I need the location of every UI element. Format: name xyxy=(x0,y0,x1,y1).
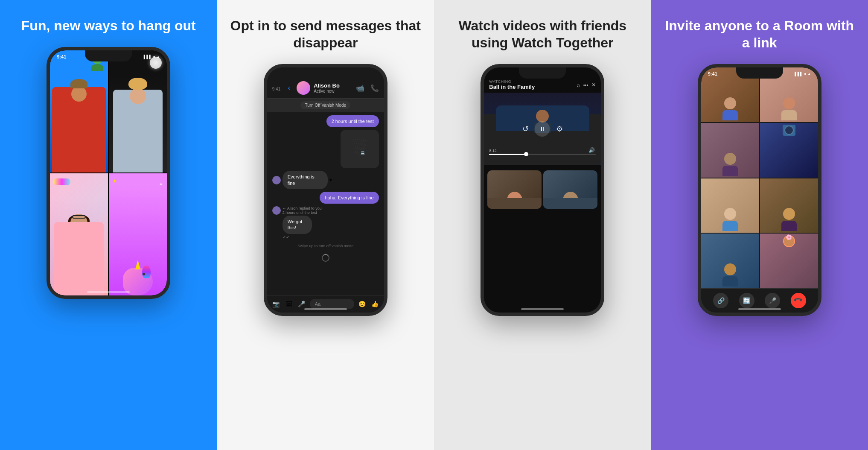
phone-frame-2: 9:41 ‹ Alison Bo Active now 📹 📞 Turn Off… xyxy=(264,64,387,316)
video-cell-3 xyxy=(50,173,108,295)
watching-label: Watching xyxy=(489,79,535,84)
link-btn[interactable]: 🔗 xyxy=(713,293,728,308)
vanish-banner: Turn Off Vanish Mode xyxy=(267,99,384,112)
video-grid: ✦ ✦ xyxy=(50,50,167,295)
panel-1-title: Fun, new ways to hang out xyxy=(21,17,196,34)
progress-handle xyxy=(524,152,528,156)
room-cell-5 xyxy=(701,178,759,233)
room-cell-3 xyxy=(701,123,759,178)
video-cell-2 xyxy=(109,50,167,172)
r-head-5 xyxy=(724,208,736,220)
person-head-1 xyxy=(71,86,87,102)
video-call-icon[interactable]: 📹 xyxy=(356,84,364,92)
close-watch-icon[interactable]: ✕ xyxy=(591,82,596,88)
driver-head xyxy=(536,110,549,123)
status-icons-4: ▌▌▌ ● ▲ xyxy=(795,72,811,76)
mute-btn[interactable]: 🎤 xyxy=(765,293,780,308)
r-body-2 xyxy=(781,110,797,120)
chat-input[interactable]: Aa xyxy=(310,299,354,309)
status-bar-2-time: 9:41 xyxy=(272,85,280,91)
room-grid: 🌸 xyxy=(701,67,818,288)
chat-messages: 2 hours until the test AAAAAAAAAAAAAAAAA… xyxy=(267,112,384,295)
woman-body xyxy=(54,222,104,295)
status-bar-1: 9:41 ▌▌▌ ● ▲ xyxy=(57,52,160,61)
emoji-icon-btn[interactable]: 😊 xyxy=(358,299,367,309)
more-watch-icon[interactable]: ••• xyxy=(583,82,588,88)
msg-bubble-3: haha. Everything is fine xyxy=(320,192,379,204)
hair-1 xyxy=(70,79,87,88)
pip-cell-2 xyxy=(543,170,597,209)
panel-watch-together: Watch videos with friends using Watch To… xyxy=(434,0,651,450)
r-person-5 xyxy=(701,178,759,233)
phone-screen-2: 9:41 ‹ Alison Bo Active now 📹 📞 Turn Off… xyxy=(267,67,384,313)
msg-avatar-1 xyxy=(272,176,281,184)
watch-screen: Watching Ball in the Family ⌕ ••• ✕ xyxy=(484,67,601,313)
play-pause-btn[interactable]: ⏸ xyxy=(535,121,550,137)
chat-screen: 9:41 ‹ Alison Bo Active now 📹 📞 Turn Off… xyxy=(267,67,384,313)
phone-notch-3 xyxy=(519,67,566,79)
progress-bar-container: 8:12 xyxy=(489,149,596,155)
msg-row-3: Everything is fine ♥ xyxy=(272,171,333,189)
msg-row-reply: ← Alison replied to you2 hours until the… xyxy=(272,206,322,240)
unicorn-container xyxy=(109,198,167,295)
speed-icon[interactable]: ⚙ xyxy=(556,124,563,134)
volume-icon[interactable]: 🔊 xyxy=(588,147,595,153)
phone-screen-4: 🌸 🔗 🔄 🎤 📞 xyxy=(701,67,818,313)
panel-2-title: Opt in to send messages that disappear xyxy=(226,17,426,51)
mic-icon-btn[interactable]: 🎤 xyxy=(297,299,306,309)
r-head-7 xyxy=(724,263,736,275)
chat-back-btn[interactable]: ‹ xyxy=(285,84,293,92)
camera-icon-btn[interactable]: 📷 xyxy=(271,299,281,309)
home-indicator-4 xyxy=(738,308,781,310)
rewind-icon[interactable]: ↺ xyxy=(522,124,529,134)
r-person-3 xyxy=(701,123,759,178)
video-title: Ball in the Family xyxy=(489,84,535,90)
gallery-icon-btn[interactable]: 🖼 xyxy=(284,299,294,309)
pip-2-body xyxy=(543,198,597,209)
watch-header-row: Watching Ball in the Family ⌕ ••• ✕ xyxy=(489,79,596,90)
end-call-btn[interactable]: 📞 xyxy=(791,293,806,308)
msg-bubble-4: We got this! xyxy=(283,216,312,234)
video-player: ↺ ⏸ ⚙ 8:12 🔊 xyxy=(484,93,601,165)
person-head-2 xyxy=(130,88,146,104)
chat-contact-name: Alison Bo xyxy=(314,82,351,89)
rainbow-arc xyxy=(53,178,70,185)
flip-camera-btn[interactable]: 🔄 xyxy=(739,293,754,308)
status-time-1: 9:41 xyxy=(57,54,66,59)
loading-spinner xyxy=(322,254,329,262)
flip-camera-icon: 🔄 xyxy=(743,297,750,304)
home-indicator-3 xyxy=(521,308,564,310)
pip-1-body xyxy=(487,198,542,209)
swipe-hint: Swipe up to turn off vanish mode xyxy=(272,242,379,250)
panel-vanish-mode: Opt in to send messages that disappear 9… xyxy=(217,0,434,450)
unicorn-horn xyxy=(135,260,140,269)
r-head-2 xyxy=(783,97,795,109)
r-head-3 xyxy=(724,153,736,165)
hair-2 xyxy=(128,78,147,90)
panel-room-invite: Invite anyone to a Room with a link 9:41… xyxy=(651,0,868,450)
r-head-6 xyxy=(783,208,795,220)
progress-track[interactable] xyxy=(489,154,596,155)
glasses xyxy=(72,215,86,219)
like-icon-btn[interactable]: 👍 xyxy=(370,299,380,309)
r-person-8: 🌸 xyxy=(760,234,818,288)
room-screen: 🌸 🔗 🔄 🎤 📞 xyxy=(701,67,818,313)
progress-fill xyxy=(489,154,527,155)
msg-avatar-2 xyxy=(272,206,281,215)
r-person-4 xyxy=(760,123,818,178)
watch-info: Watching Ball in the Family xyxy=(489,79,535,90)
vanish-banner-text[interactable]: Turn Off Vanish Mode xyxy=(300,101,350,109)
sparkle-1: ✦ xyxy=(112,178,117,184)
phone-frame-1: 9:41 ▌▌▌ ● ▲ xyxy=(47,47,170,299)
search-watch-icon[interactable]: ⌕ xyxy=(577,82,580,88)
end-call-icon: 📞 xyxy=(793,295,803,305)
phone-call-icon[interactable]: 📞 xyxy=(370,84,379,92)
time-label: 8:12 xyxy=(489,149,596,153)
home-indicator-2 xyxy=(304,308,347,310)
reply-preview: ← Alison replied to you2 hours until the… xyxy=(283,206,322,215)
status-time-4: 9:41 xyxy=(708,71,717,76)
link-icon: 🔗 xyxy=(717,297,725,304)
helmet-visor xyxy=(784,126,794,135)
playback-row: ↺ ⏸ ⚙ xyxy=(522,121,563,137)
msg-bubble-1: 2 hours until the test xyxy=(326,115,379,127)
